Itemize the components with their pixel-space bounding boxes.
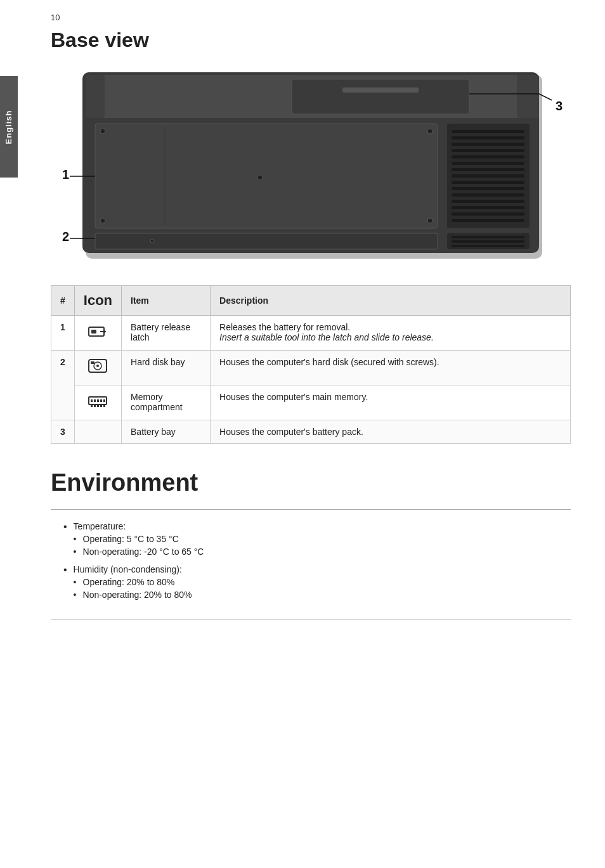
svg-point-44: [96, 365, 99, 367]
col-header-num: #: [51, 286, 75, 316]
svg-rect-20: [452, 162, 524, 165]
item-description: Releases the battery for removal. Insert…: [211, 316, 571, 351]
svg-point-31: [150, 239, 154, 243]
svg-point-12: [427, 218, 433, 223]
svg-rect-56: [103, 405, 105, 407]
svg-rect-24: [452, 187, 524, 190]
list-item: Operating: 5 °C to 35 °C: [74, 534, 204, 544]
svg-rect-54: [97, 405, 99, 407]
svg-rect-3: [292, 79, 469, 114]
svg-rect-52: [91, 405, 93, 407]
table-row: 3 Battery bay Houses the computer's batt…: [51, 420, 571, 444]
svg-rect-34: [452, 240, 524, 243]
row-num: 2: [51, 351, 75, 420]
svg-rect-7: [95, 124, 438, 228]
svg-point-13: [257, 175, 263, 180]
environment-list: Temperature: Operating: 5 °C to 35 °C No…: [63, 521, 558, 602]
env-item-label: Temperature:: [74, 521, 126, 531]
svg-rect-4: [342, 87, 419, 93]
svg-rect-5: [86, 75, 105, 118]
svg-point-10: [427, 129, 433, 134]
svg-rect-41: [91, 330, 96, 334]
svg-rect-17: [452, 143, 524, 146]
table-row: 1 Battery release latch Releases the bat…: [51, 316, 571, 351]
side-language-tab: English: [0, 76, 18, 178]
item-description: Houses the computer's main memory.: [211, 385, 571, 420]
features-table: # Icon Item Description 1 Battery relea: [51, 285, 571, 444]
svg-rect-23: [452, 181, 524, 184]
environment-title: Environment: [51, 469, 580, 496]
col-header-description: Description: [211, 286, 571, 316]
env-subitem: Operating: 5 °C to 35 °C: [83, 534, 179, 544]
svg-rect-19: [452, 155, 524, 159]
table-row: 2 Hard disk bay Houses the computer's ha…: [51, 351, 571, 385]
svg-rect-16: [452, 136, 524, 139]
memory-icon: [74, 385, 121, 420]
svg-rect-28: [452, 212, 524, 216]
svg-rect-6: [517, 75, 539, 118]
item-name: Hard disk bay: [122, 351, 211, 385]
row-num: 3: [51, 420, 75, 444]
svg-rect-55: [100, 405, 102, 407]
row-num: 1: [51, 316, 75, 351]
img-label-2: 2: [62, 230, 69, 243]
item-name: Battery bay: [122, 420, 211, 444]
side-tab-label: English: [4, 110, 14, 144]
svg-rect-27: [452, 206, 524, 209]
svg-rect-49: [97, 399, 99, 402]
list-item: Non-operating: -20 °C to 65 °C: [74, 547, 204, 557]
svg-rect-25: [452, 193, 524, 197]
svg-rect-51: [103, 399, 105, 402]
svg-rect-53: [94, 405, 96, 407]
svg-rect-45: [91, 361, 94, 364]
hard-disk-icon: [74, 351, 121, 385]
page-number: 10: [51, 13, 580, 22]
list-item: Humidity (non-condensing): Operating: 20…: [63, 564, 558, 602]
item-name: Battery release latch: [122, 316, 211, 351]
base-view-title: Base view: [51, 29, 580, 52]
svg-rect-50: [100, 399, 102, 402]
laptop-base-image: 1 2 3: [51, 63, 571, 266]
svg-rect-47: [91, 399, 93, 402]
battery-latch-icon: [74, 316, 121, 351]
svg-point-11: [100, 218, 105, 223]
svg-rect-22: [452, 174, 524, 178]
env-sublist: Operating: 20% to 80% Non-operating: 20%…: [74, 577, 192, 600]
laptop-svg: 1 2 3: [51, 63, 571, 266]
svg-rect-15: [452, 130, 524, 133]
item-description: Houses the computer's battery pack.: [211, 420, 571, 444]
environment-box: Temperature: Operating: 5 °C to 35 °C No…: [51, 509, 571, 619]
svg-point-9: [100, 129, 105, 134]
table-row: Memory compartment Houses the computer's…: [51, 385, 571, 420]
img-label-1: 1: [62, 167, 69, 181]
svg-rect-21: [452, 168, 524, 171]
svg-rect-29: [452, 219, 524, 222]
col-header-icon: Icon: [74, 286, 121, 316]
svg-rect-30: [95, 233, 438, 249]
battery-bay-icon: [74, 420, 121, 444]
svg-rect-35: [452, 245, 524, 247]
svg-rect-33: [452, 236, 524, 238]
item-name: Memory compartment: [122, 385, 211, 420]
env-subitem: Non-operating: -20 °C to 65 °C: [83, 547, 204, 557]
env-item-label: Humidity (non-condensing):: [74, 564, 182, 574]
list-item: Temperature: Operating: 5 °C to 35 °C No…: [63, 521, 558, 559]
item-description: Houses the computer's hard disk (secured…: [211, 351, 571, 385]
col-header-item: Item: [122, 286, 211, 316]
env-subitem: Operating: 20% to 80%: [83, 577, 175, 587]
img-label-3: 3: [556, 99, 563, 113]
list-item: Operating: 20% to 80%: [74, 577, 192, 587]
svg-rect-48: [94, 399, 96, 402]
env-sublist: Operating: 5 °C to 35 °C Non-operating: …: [74, 534, 204, 557]
list-item: Non-operating: 20% to 80%: [74, 590, 192, 600]
svg-rect-26: [452, 200, 524, 203]
svg-rect-18: [452, 149, 524, 152]
env-subitem: Non-operating: 20% to 80%: [83, 590, 192, 600]
